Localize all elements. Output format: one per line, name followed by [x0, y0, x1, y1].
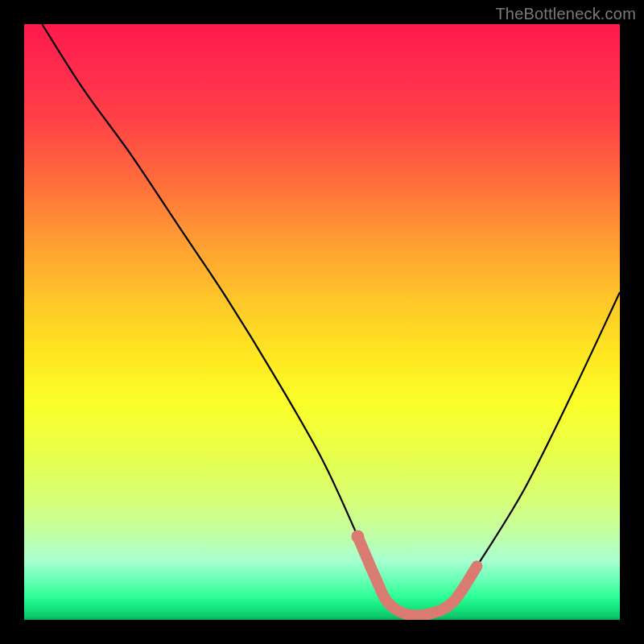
highlight-start-dot [351, 530, 364, 543]
watermark-text: TheBottleneck.com [495, 5, 636, 23]
bottleneck-curve [42, 24, 620, 615]
curve-layer [24, 24, 620, 620]
optimal-range-highlight [357, 536, 477, 615]
chart-frame: TheBottleneck.com [0, 0, 644, 644]
plot-area [24, 24, 620, 620]
